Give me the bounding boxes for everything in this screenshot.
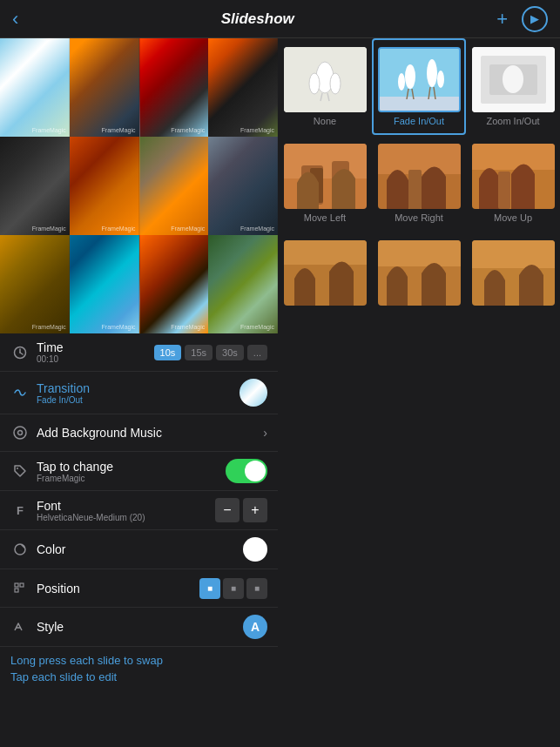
position-center-button[interactable]: ■ [223, 578, 244, 599]
time-label-group: Time 00:10 [37, 340, 154, 364]
transition-none[interactable]: None [278, 38, 372, 135]
watermark-label: FrameMagic [102, 127, 136, 133]
photo-cell[interactable]: FrameMagic [0, 137, 70, 235]
play-button[interactable]: ▶ [522, 6, 548, 32]
transition-none-preview [284, 47, 367, 112]
transition-extra-3[interactable] [466, 232, 560, 318]
back-button[interactable]: ‹ [12, 8, 18, 30]
position-icon [10, 579, 30, 598]
photo-cell[interactable]: FrameMagic [139, 38, 209, 137]
transition-grid: None [278, 38, 560, 318]
time-icon [10, 343, 30, 362]
font-label-group: Font HelveticaNeue-Medium (20) [37, 499, 215, 522]
transition-zoom-preview [472, 47, 555, 112]
color-control-row[interactable]: Color [0, 530, 278, 569]
svg-rect-7 [15, 583, 18, 587]
photo-grid: FrameMagic FrameMagic FrameMagic FrameMa… [0, 38, 278, 333]
tap-to-change-row: Tap to change FrameMagic [0, 452, 278, 491]
add-button[interactable]: + [496, 8, 508, 30]
time-30s-button[interactable]: 30s [216, 345, 244, 360]
font-sublabel: HelveticaNeue-Medium (20) [37, 513, 215, 522]
transition-extra-1-preview [284, 240, 367, 306]
position-right-button[interactable]: ■ [246, 578, 267, 599]
svg-rect-37 [378, 144, 461, 174]
time-10s-button[interactable]: 10s [154, 345, 182, 360]
photo-cell[interactable]: FrameMagic [70, 137, 139, 235]
photo-cell[interactable]: FrameMagic [139, 235, 209, 333]
style-badge[interactable]: A [243, 615, 267, 639]
left-panel: FrameMagic FrameMagic FrameMagic FrameMa… [0, 38, 278, 747]
transition-thumbnail [240, 379, 267, 407]
photo-cell[interactable]: FrameMagic [0, 38, 70, 137]
font-decrease-button[interactable]: − [215, 498, 240, 522]
watermark-label: FrameMagic [240, 225, 274, 232]
main-layout: FrameMagic FrameMagic FrameMagic FrameMa… [0, 38, 560, 747]
tap-to-change-label-group: Tap to change FrameMagic [37, 460, 226, 483]
transition-move-up[interactable]: Move Up [466, 135, 560, 232]
svg-point-5 [17, 468, 18, 469]
photo-cell[interactable]: FrameMagic [208, 38, 278, 137]
photo-image [208, 38, 278, 137]
hint-edit[interactable]: Tap each slide to edit [10, 670, 267, 683]
time-15s-button[interactable]: 15s [185, 345, 213, 360]
font-label: Font [37, 499, 215, 513]
photo-image [139, 235, 209, 333]
svg-point-3 [14, 427, 26, 439]
transition-move-left[interactable]: Move Left [278, 135, 372, 232]
watermark-label: FrameMagic [240, 127, 274, 133]
transition-icon [10, 383, 30, 402]
watermark-label: FrameMagic [171, 127, 205, 133]
hint-swap[interactable]: Long press each slide to swap [10, 654, 267, 667]
transition-fade-preview [378, 47, 461, 112]
music-control-row[interactable]: Add Background Music › [0, 414, 278, 452]
font-increase-button[interactable]: + [243, 498, 267, 522]
time-label: Time [37, 340, 154, 354]
transition-extra-2[interactable] [372, 232, 466, 318]
photo-cell[interactable]: FrameMagic [70, 38, 139, 137]
watermark-label: FrameMagic [171, 225, 205, 232]
music-icon [10, 423, 30, 442]
watermark-label: FrameMagic [171, 324, 205, 330]
photo-cell[interactable]: FrameMagic [0, 235, 70, 333]
photo-image [70, 38, 139, 137]
photo-cell[interactable]: FrameMagic [70, 235, 139, 333]
time-value: 00:10 [37, 354, 154, 364]
transition-fade-label: Fade In/Out [394, 116, 444, 126]
transition-extra-3-preview [472, 240, 555, 306]
right-panel: None [278, 38, 560, 747]
watermark-label: FrameMagic [102, 225, 136, 232]
watermark-label: FrameMagic [32, 225, 66, 232]
photo-cell[interactable]: FrameMagic [139, 137, 209, 235]
photo-image [0, 137, 70, 235]
bottom-hints: Long press each slide to swap Tap each s… [0, 647, 278, 690]
transition-control-row[interactable]: Transition Fade In/Out [0, 372, 278, 414]
svg-rect-41 [498, 172, 510, 209]
transition-zoom-label: Zoom In/Out [486, 116, 539, 126]
position-controls: ■ ■ ■ [199, 578, 267, 599]
position-left-button[interactable]: ■ [199, 578, 220, 599]
svg-rect-47 [472, 240, 555, 268]
transition-none-label: None [314, 116, 336, 126]
svg-point-4 [18, 431, 23, 435]
svg-point-13 [309, 73, 320, 94]
position-label: Position [37, 582, 199, 596]
photo-cell[interactable]: FrameMagic [208, 137, 278, 235]
photo-image [139, 38, 209, 137]
photo-image [139, 137, 209, 235]
color-swatch[interactable] [243, 537, 267, 562]
transition-fade[interactable]: Fade In/Out [372, 38, 466, 135]
transition-move-right[interactable]: Move Right [372, 135, 466, 232]
photo-image [0, 235, 70, 333]
transition-move-right-preview [378, 144, 461, 209]
transition-move-left-preview [284, 144, 367, 209]
watermark-label: FrameMagic [102, 324, 136, 330]
photo-cell[interactable]: FrameMagic [208, 235, 278, 333]
time-more-button[interactable]: ... [247, 345, 267, 360]
transition-zoom[interactable]: Zoom In/Out [466, 38, 560, 135]
position-control-row: Position ■ ■ ■ [0, 569, 278, 608]
time-buttons: 10s 15s 30s ... [154, 345, 267, 360]
svg-point-22 [437, 71, 444, 88]
page-title: Slideshow [221, 10, 294, 28]
tap-to-change-toggle[interactable] [226, 459, 267, 483]
transition-extra-1[interactable] [278, 232, 372, 318]
